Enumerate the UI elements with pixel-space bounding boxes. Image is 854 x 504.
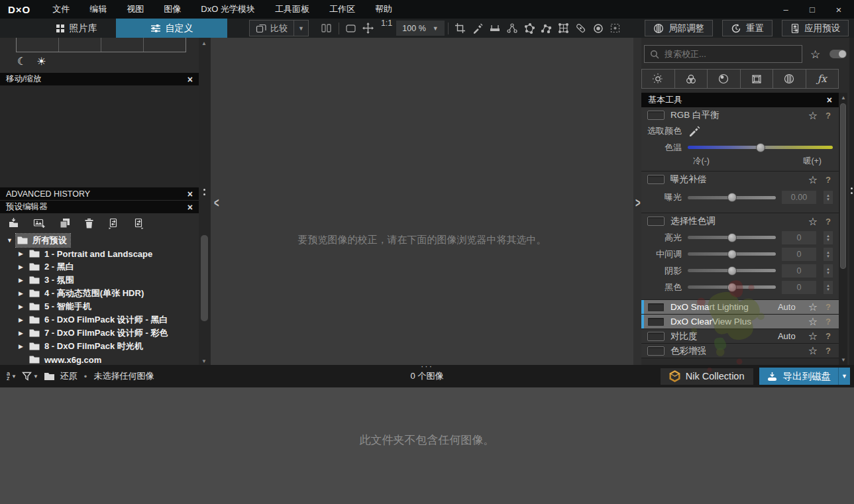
- slider-thumb[interactable]: [727, 233, 737, 242]
- category-local-adjust-icon[interactable]: [773, 69, 806, 89]
- help-icon[interactable]: ?: [824, 317, 833, 327]
- enable-checkbox[interactable]: [647, 317, 665, 327]
- scroll-up-icon[interactable]: ▲: [841, 95, 846, 101]
- spinner-control[interactable]: ▲▼: [824, 264, 833, 277]
- tree-expand-icon[interactable]: ▶: [19, 264, 28, 270]
- side-by-side-icon[interactable]: [318, 20, 335, 36]
- export-preset-file-icon[interactable]: [108, 218, 119, 229]
- menu-item[interactable]: 工作区: [319, 0, 365, 19]
- search-corrections-box[interactable]: [644, 45, 802, 63]
- export-dropdown[interactable]: ▼: [838, 368, 850, 385]
- collapse-right-panel-icon[interactable]: >: [635, 195, 641, 211]
- tree-expand-icon[interactable]: ▶: [19, 343, 28, 350]
- menu-item[interactable]: 图像: [154, 0, 191, 19]
- right-panel-divider[interactable]: >: [633, 38, 641, 365]
- help-icon[interactable]: ?: [824, 217, 833, 227]
- favorite-star-icon[interactable]: ☆: [808, 174, 818, 186]
- preset-tree-item[interactable]: ▶ 5 - 智能手机: [0, 300, 188, 313]
- favorite-star-icon[interactable]: ☆: [808, 215, 818, 228]
- favorite-star-icon[interactable]: ☆: [808, 344, 818, 357]
- preset-tree-item[interactable]: www.x6g.com: [0, 353, 188, 366]
- selective-tool-icon[interactable]: [607, 20, 624, 36]
- collapsed-correction-section[interactable]: DxO ClearView Plus ☆ ?: [641, 315, 839, 329]
- tree-expand-icon[interactable]: ▼: [7, 237, 16, 244]
- close-icon[interactable]: ×: [187, 203, 193, 212]
- scroll-down-icon[interactable]: ▼: [201, 358, 207, 364]
- preset-tree-item[interactable]: ▼ 所有预设: [0, 234, 188, 247]
- scroll-down-icon[interactable]: ▼: [841, 357, 846, 363]
- preset-tree-item[interactable]: ▶ 7 - DxO FilmPack 设计师 - 彩色: [0, 327, 188, 340]
- slider-thumb[interactable]: [727, 283, 737, 292]
- help-icon[interactable]: ?: [824, 175, 833, 185]
- category-detail-icon[interactable]: [708, 69, 741, 89]
- tree-expand-icon[interactable]: ▶: [19, 303, 28, 310]
- crop-tool-icon[interactable]: [452, 20, 469, 36]
- tone-slider-value[interactable]: 0: [782, 264, 816, 277]
- spinner-control[interactable]: ▲▼: [824, 191, 833, 204]
- slider-thumb[interactable]: [727, 266, 737, 276]
- menu-item[interactable]: 编辑: [80, 0, 117, 19]
- tone-slider-value[interactable]: 0: [782, 248, 816, 261]
- maximize-button[interactable]: □: [808, 5, 817, 15]
- preset-tree-item[interactable]: ▶ 3 - 氛围: [0, 274, 188, 287]
- sort-control[interactable]: az▼: [5, 372, 17, 381]
- import-preset-file-icon[interactable]: [133, 218, 144, 229]
- control-points-icon[interactable]: [504, 20, 521, 36]
- tree-expand-icon[interactable]: ▶: [19, 277, 28, 283]
- spinner-control[interactable]: ▲▼: [824, 281, 833, 294]
- tone-slider[interactable]: [688, 269, 776, 272]
- tone-slider-value[interactable]: 0: [782, 281, 816, 294]
- left-panel-scrollbar[interactable]: ▲ ▼: [199, 38, 211, 365]
- favorite-star-icon[interactable]: ☆: [808, 109, 818, 122]
- help-icon[interactable]: ?: [824, 111, 833, 121]
- menu-item[interactable]: 文件: [42, 0, 80, 19]
- tone-slider[interactable]: [688, 285, 776, 289]
- help-icon[interactable]: ?: [824, 346, 833, 356]
- exposure-slider[interactable]: [688, 196, 776, 199]
- divider-handle[interactable]: [203, 189, 205, 195]
- move-tool-icon[interactable]: [360, 20, 377, 36]
- menu-item[interactable]: 视图: [117, 0, 154, 19]
- zoom-1to1[interactable]: 1:1: [377, 19, 396, 38]
- control-line-icon[interactable]: [538, 20, 555, 36]
- menu-item[interactable]: DxO 光学模块: [191, 0, 265, 19]
- scrollbar-thumb[interactable]: [840, 103, 846, 269]
- zoom-level-select[interactable]: 100 % ▼: [396, 21, 444, 36]
- tree-expand-icon[interactable]: ▶: [19, 317, 28, 323]
- close-icon[interactable]: ×: [827, 95, 832, 105]
- browser-resize-handle[interactable]: ···: [421, 361, 433, 371]
- temperature-slider[interactable]: [688, 146, 833, 149]
- tone-slider[interactable]: [688, 252, 776, 256]
- preset-tree-item[interactable]: ▶ 1 - Portrait and Landscape: [0, 247, 188, 260]
- slider-thumb[interactable]: [727, 250, 737, 259]
- favorites-filter-icon[interactable]: ☆: [810, 48, 820, 61]
- close-icon[interactable]: ×: [187, 75, 193, 84]
- minimize-button[interactable]: –: [781, 5, 790, 15]
- preset-tree-item[interactable]: ▶ 6 - DxO FilmPack 设计师 - 黑白: [0, 313, 188, 327]
- enable-checkbox[interactable]: [647, 332, 665, 341]
- enable-checkbox[interactable]: [647, 175, 665, 184]
- create-preset-from-image-icon[interactable]: [33, 218, 46, 228]
- import-preset-icon[interactable]: [8, 218, 19, 228]
- exposure-value[interactable]: 0.00: [782, 191, 816, 204]
- close-button[interactable]: ×: [834, 4, 843, 15]
- export-to-disk-button[interactable]: 导出到磁盘 ▼: [759, 368, 851, 385]
- fit-screen-icon[interactable]: [343, 20, 360, 36]
- tone-slider[interactable]: [688, 236, 776, 239]
- healing-tool-icon[interactable]: [572, 20, 590, 36]
- collapsed-correction-section[interactable]: DxO Smart Lighting Auto ☆ ?: [641, 300, 839, 315]
- nik-collection-button[interactable]: Nik Collection: [661, 368, 753, 385]
- category-color-icon[interactable]: [675, 69, 708, 89]
- search-input[interactable]: [665, 49, 790, 59]
- filter-control[interactable]: ▼: [22, 372, 38, 381]
- category-fx-icon[interactable]: ƒx: [806, 69, 839, 89]
- compare-button[interactable]: 比较 ▼: [249, 20, 309, 36]
- collapsed-correction-section[interactable]: 对比度 Auto ☆ ?: [641, 329, 839, 344]
- preset-tree-item[interactable]: ▶ 2 - 黑白: [0, 260, 188, 274]
- horizon-tool-icon[interactable]: [486, 20, 504, 36]
- menu-item[interactable]: 工具面板: [265, 0, 319, 19]
- delete-preset-icon[interactable]: [84, 218, 94, 228]
- tree-expand-icon[interactable]: ▶: [19, 250, 28, 257]
- close-icon[interactable]: ×: [187, 189, 193, 199]
- favorite-star-icon[interactable]: ☆: [808, 301, 818, 313]
